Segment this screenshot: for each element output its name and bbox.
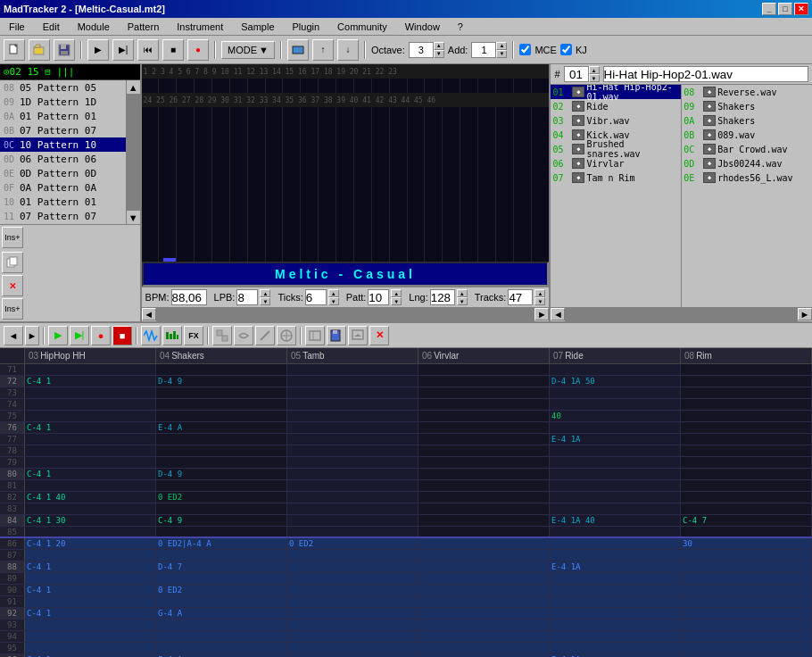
- track-cell[interactable]: [287, 422, 418, 433]
- instrument-item[interactable]: 06◆Virvlar: [551, 156, 681, 170]
- track-cell[interactable]: [287, 573, 418, 584]
- track-cell[interactable]: 40: [550, 411, 681, 421]
- track-cell[interactable]: [681, 422, 812, 433]
- track-cell[interactable]: [418, 550, 550, 561]
- lpb-input[interactable]: [236, 289, 258, 305]
- track-cell[interactable]: [25, 620, 156, 630]
- scroll-thumb[interactable]: [127, 95, 140, 210]
- track-cell[interactable]: [550, 608, 681, 619]
- track-cell[interactable]: [418, 596, 550, 607]
- lng-input[interactable]: [430, 289, 455, 305]
- center-hscroll[interactable]: ◄ ►: [142, 307, 550, 321]
- track-cell[interactable]: [25, 503, 156, 514]
- track-cell[interactable]: [681, 434, 812, 445]
- pattern-item[interactable]: 0B07 Pattern 07: [0, 123, 126, 137]
- menu-pattern[interactable]: Pattern: [122, 20, 164, 34]
- track-cell[interactable]: [287, 399, 418, 410]
- track-cell[interactable]: [550, 399, 681, 410]
- track-cell[interactable]: C-4 7: [681, 515, 812, 526]
- pattern-row[interactable]: 92C-4 1G-4 A: [0, 608, 812, 620]
- pe-rand[interactable]: [234, 326, 253, 345]
- track-cell[interactable]: [156, 503, 287, 514]
- instrument-item[interactable]: 05◆Brushed snares.wav: [551, 142, 681, 156]
- track-cell[interactable]: [287, 480, 418, 491]
- menu-window[interactable]: Window: [400, 20, 445, 34]
- track-cell[interactable]: [550, 457, 681, 468]
- track-cell[interactable]: [418, 434, 550, 445]
- pe-save[interactable]: [305, 326, 325, 345]
- track-cell[interactable]: C-4 1 20: [25, 538, 156, 549]
- track-cell[interactable]: 0 ED2: [156, 492, 287, 503]
- track-cell[interactable]: [418, 422, 550, 433]
- track-cell[interactable]: [25, 631, 156, 642]
- maximize-button[interactable]: □: [778, 3, 792, 15]
- scroll-down-btn[interactable]: ▼: [127, 210, 140, 224]
- track-cell[interactable]: [681, 387, 812, 398]
- lpb-up[interactable]: ▲: [260, 289, 270, 297]
- pe-play[interactable]: ▶: [48, 326, 68, 345]
- record-button[interactable]: ●: [187, 39, 209, 61]
- pattern-row[interactable]: 89: [0, 573, 812, 585]
- tracks-up[interactable]: ▲: [534, 289, 545, 297]
- octave-spin[interactable]: ▲ ▼: [409, 42, 444, 58]
- patt-up[interactable]: ▲: [391, 289, 402, 297]
- pe-snap[interactable]: [212, 326, 232, 345]
- pattern-item[interactable]: 0805 Pattern 05: [0, 80, 126, 95]
- instr-hscroll[interactable]: ◄ ►: [551, 307, 812, 321]
- instrument-item[interactable]: 07◆Tam n Rim: [551, 170, 681, 185]
- pattern-row[interactable]: 94: [0, 631, 812, 643]
- track-cell[interactable]: [156, 643, 287, 653]
- menu-plugin[interactable]: Plugin: [287, 20, 326, 34]
- track-cell[interactable]: [156, 631, 287, 642]
- menu-edit[interactable]: Edit: [37, 20, 65, 34]
- pattern-item[interactable]: 091D Pattern 1D: [0, 95, 126, 109]
- track-cell[interactable]: G-4 A: [156, 608, 287, 619]
- track-cell[interactable]: D-4 9: [156, 376, 287, 387]
- lpb-down[interactable]: ▼: [260, 297, 270, 305]
- track-cell[interactable]: [681, 364, 812, 375]
- track-cell[interactable]: [550, 538, 681, 549]
- track-cell[interactable]: [418, 631, 550, 642]
- pe-grid[interactable]: [277, 326, 296, 345]
- pe-rec[interactable]: ●: [91, 326, 111, 345]
- track-cell[interactable]: [25, 387, 156, 398]
- track-cell[interactable]: [418, 620, 550, 630]
- menu-sample[interactable]: Sample: [236, 20, 279, 34]
- track-cell[interactable]: [25, 434, 156, 445]
- pe-wave[interactable]: [141, 326, 161, 345]
- track-cell[interactable]: [550, 445, 681, 456]
- pattern-item[interactable]: 0A01 Pattern 01: [0, 109, 126, 123]
- scroll-up-btn[interactable]: ▲: [127, 80, 140, 95]
- window-controls[interactable]: _ □ ✕: [762, 3, 808, 15]
- track-cell[interactable]: [550, 480, 681, 491]
- track-cell[interactable]: [25, 457, 156, 468]
- pattern-row[interactable]: 78: [0, 445, 812, 457]
- track-cell[interactable]: [418, 469, 550, 479]
- track-cell[interactable]: [418, 608, 550, 619]
- track-cell[interactable]: [550, 643, 681, 653]
- pe-play2[interactable]: ▶|: [70, 326, 89, 345]
- track-cell[interactable]: [418, 445, 550, 456]
- ins-btn-2[interactable]: Ins+: [2, 298, 23, 320]
- track-cell[interactable]: [156, 445, 287, 456]
- track-cell[interactable]: [287, 550, 418, 561]
- track-cell[interactable]: [681, 527, 812, 536]
- track-cell[interactable]: [287, 387, 418, 398]
- track-cell[interactable]: C-4 1 40: [25, 492, 156, 503]
- track-cell[interactable]: 0 ED2|A-4 A: [156, 538, 287, 549]
- track-cell[interactable]: [287, 457, 418, 468]
- track-cell[interactable]: [418, 538, 550, 549]
- instrument-item[interactable]: 0C◆Bar Crowd.wav: [682, 142, 812, 156]
- track-cell[interactable]: [156, 411, 287, 421]
- ticks-down[interactable]: ▼: [328, 297, 339, 305]
- track-cell[interactable]: [25, 596, 156, 607]
- stop-pattern-button[interactable]: ■: [162, 39, 184, 61]
- track-cell[interactable]: [25, 527, 156, 536]
- ticks-input[interactable]: [305, 289, 327, 305]
- track-cell[interactable]: [156, 527, 287, 536]
- track-cell[interactable]: [287, 561, 418, 572]
- track-cell[interactable]: [287, 585, 418, 595]
- track-cell[interactable]: [681, 573, 812, 584]
- ins-btn-1[interactable]: Ins+: [2, 227, 23, 248]
- track-cell[interactable]: [550, 364, 681, 375]
